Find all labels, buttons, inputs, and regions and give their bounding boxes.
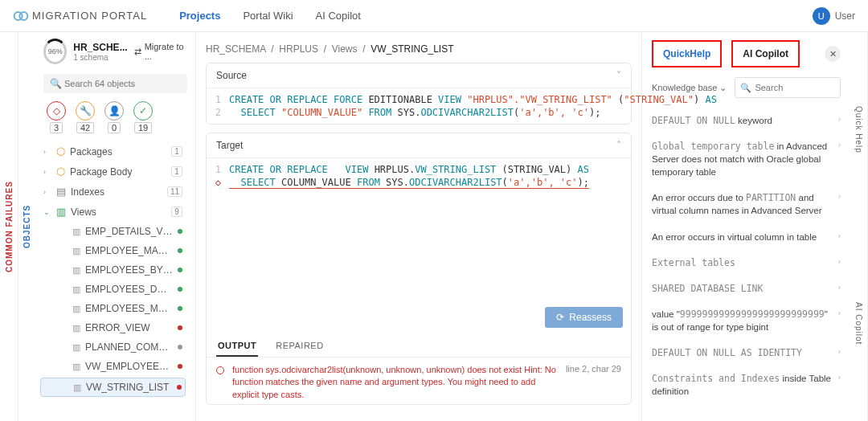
status-pending-count: 0 <box>108 122 121 133</box>
tab-output[interactable]: OUTPUT <box>216 336 258 357</box>
chevron-right-icon: › <box>838 256 841 269</box>
vtab-failures[interactable]: COMMON FAILURES <box>0 32 18 421</box>
breadcrumb: HR_SCHEMA / HRPLUS / Views / VW_STRING_L… <box>206 40 632 63</box>
kb-item[interactable]: value "99999999999999999999999999" is ou… <box>652 301 841 340</box>
chevron-right-icon: › <box>838 372 841 398</box>
kb-item[interactable]: Global temporary table in Advanced Serve… <box>652 133 841 185</box>
refresh-icon: ⟳ <box>556 312 564 323</box>
chevron-up-icon[interactable]: ˄ <box>616 140 621 151</box>
brand-text: MIGRATION PORTAL <box>32 10 147 22</box>
logo-icon <box>13 8 29 24</box>
tree-view-item[interactable]: ▥EMP_DETAILS_VIEW <box>35 222 190 241</box>
status-ok-icon[interactable]: ✓ <box>133 101 153 121</box>
migrate-button[interactable]: ⇄ Migrate to ... <box>134 42 187 61</box>
kb-item[interactable]: An error occurs in virtual column in tab… <box>652 224 841 250</box>
chevron-right-icon: › <box>838 140 841 178</box>
source-title: Source <box>216 70 247 81</box>
tree-view-item-selected[interactable]: ▥VW_STRING_LIST <box>40 378 186 397</box>
target-code[interactable]: 1CREATE OR REPLACE VIEW HRPLUS.VW_STRING… <box>207 158 631 194</box>
tree-view-item[interactable]: ▥VW_EMPLOYEE_EX... <box>35 357 190 376</box>
chevron-right-icon: › <box>838 231 841 243</box>
nav-wiki[interactable]: Portal Wiki <box>243 10 293 22</box>
tree-view-item[interactable]: ▥EMPLOYEE_MANA... <box>35 241 190 260</box>
progress-ring: 96% <box>43 39 67 64</box>
nav-copilot[interactable]: AI Copilot <box>316 10 361 22</box>
search-icon: 🔍 <box>740 83 751 93</box>
chevron-down-icon[interactable]: ˅ <box>616 70 621 81</box>
source-code[interactable]: 1CREATE OR REPLACE FORCE EDITIONABLE VIE… <box>207 88 631 124</box>
tree-group-packagebody[interactable]: ›⬡Package Body1 <box>35 161 190 182</box>
tree-view-item[interactable]: ▥EMPLOYEES_DEPA... <box>35 280 190 299</box>
target-pane: Target˄ 1CREATE OR REPLACE VIEW HRPLUS.V… <box>206 133 632 405</box>
error-icon <box>216 366 224 374</box>
status-warn-icon[interactable]: 🔧 <box>76 101 95 121</box>
search-icon: 🔍 <box>50 78 62 89</box>
source-pane: Source˅ 1CREATE OR REPLACE FORCE EDITION… <box>206 63 632 125</box>
chevron-right-icon: › <box>838 191 841 217</box>
chevron-right-icon: › <box>838 114 841 127</box>
kb-item[interactable]: DEFAULT ON NULL AS IDENTITY› <box>652 340 841 366</box>
tree-view-item[interactable]: ▥ERROR_VIEW <box>35 318 190 337</box>
nav-projects[interactable]: Projects <box>179 10 220 22</box>
tab-repaired[interactable]: REPAIRED <box>274 336 325 357</box>
aicopilot-button[interactable]: AI Copilot <box>731 40 800 67</box>
chevron-right-icon: › <box>838 346 841 359</box>
chevron-right-icon: › <box>838 282 841 295</box>
tree-group-views[interactable]: ⌄▥Views9 <box>35 202 190 222</box>
sidebar: 96% HR_SCHE... 1 schema ⇄ Migrate to ...… <box>35 32 196 421</box>
close-icon[interactable]: ✕ <box>825 46 841 62</box>
tree-group-indexes[interactable]: ›▤Indexes11 <box>35 182 190 202</box>
kb-list: DEFAULT ON NULL keyword›Global temporary… <box>652 108 841 413</box>
quickhelp-button[interactable]: QuickHelp <box>652 40 722 67</box>
tree-view-item[interactable]: ▥PLANNED_COMMI... <box>35 337 190 357</box>
status-error-count: 3 <box>50 122 63 133</box>
tree-view-item[interactable]: ▥EMPLOYEES_MAN... <box>35 299 190 318</box>
user-menu[interactable]: U User <box>813 7 855 25</box>
status-pending-icon[interactable]: 👤 <box>104 101 124 121</box>
error-message: function sys.odcivarchar2list(unknown, u… <box>232 364 558 401</box>
schema-name: HR_SCHE... <box>73 42 127 53</box>
status-warn-count: 42 <box>76 122 94 133</box>
kb-item[interactable]: An error occurs due to PARTITION and vir… <box>652 185 841 223</box>
schema-sub: 1 schema <box>73 53 127 62</box>
user-avatar: U <box>813 7 830 25</box>
tree-view-item[interactable]: ▥EMPLOYEES_BY_D... <box>35 260 190 280</box>
target-title: Target <box>216 140 243 151</box>
tree-group-packages[interactable]: ›⬡Packages1 <box>35 141 190 161</box>
logo[interactable]: MIGRATION PORTAL <box>13 8 147 24</box>
kb-item[interactable]: External tables› <box>652 250 841 276</box>
status-ok-count: 19 <box>134 122 152 133</box>
vtab-objects[interactable]: OBJECTS <box>18 32 35 421</box>
reassess-button[interactable]: ⟳Reassess <box>545 307 623 328</box>
help-panel: QuickHelp AI Copilot ✕ Knowledge base ⌄ … <box>641 32 850 421</box>
chevron-right-icon: › <box>838 308 841 333</box>
search-input[interactable] <box>43 74 187 93</box>
vtab-aicopilot[interactable]: AI Copilot <box>850 227 868 421</box>
kb-item[interactable]: DEFAULT ON NULL keyword› <box>652 108 841 133</box>
object-tree: ›⬡Packages1 ›⬡Package Body1 ›▤Indexes11 … <box>35 141 195 421</box>
user-name: User <box>835 10 855 22</box>
chevron-down-icon: ⌄ <box>719 83 727 92</box>
kb-item[interactable]: SHARED DATABASE LINK› <box>652 276 841 301</box>
svg-point-1 <box>19 12 27 20</box>
error-gutter-icon: ◇ <box>215 177 229 189</box>
vtab-quickhelp[interactable]: Quick Help <box>850 32 868 227</box>
status-error-icon[interactable]: ◇ <box>47 101 66 121</box>
migrate-icon: ⇄ <box>134 47 141 57</box>
error-location: line 2, char 29 <box>566 364 621 374</box>
kb-item[interactable]: Constraints and Indexes inside Table def… <box>652 366 841 404</box>
kb-dropdown[interactable]: Knowledge base ⌄ <box>652 83 727 93</box>
